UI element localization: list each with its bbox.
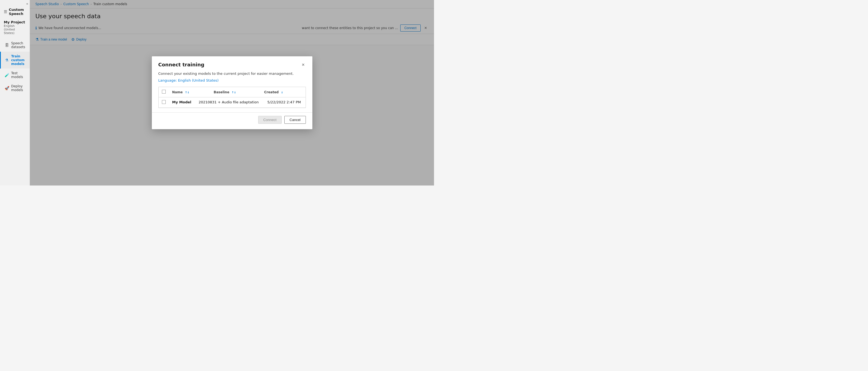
sidebar-project-name: My Project — [4, 20, 26, 24]
sidebar-item-label-test-models: Test models — [11, 71, 26, 79]
modal-connect-button[interactable]: Connect — [258, 116, 282, 124]
sidebar: « ☰ Custom Speech My Project English (Un… — [0, 0, 30, 185]
header-name[interactable]: Name ↑↓ — [169, 87, 211, 97]
modal-table: Name ↑↓ Baseline ↑↓ Created ↓ — [159, 87, 306, 97]
modal-close-button[interactable]: × — [301, 62, 306, 68]
modal-language-value: English (United States) — [178, 78, 218, 83]
name-sort-icon: ↑↓ — [185, 91, 189, 94]
sidebar-item-deploy-models[interactable]: 🚀 Deploy models — [0, 82, 30, 95]
modal-table-body-table: My Model 20210831 + Audio file adaptatio… — [159, 97, 306, 108]
baseline-sort-icon: ↑↓ — [231, 91, 236, 94]
table-row: My Model 20210831 + Audio file adaptatio… — [159, 97, 306, 108]
row-name-cell: My Model — [169, 97, 195, 108]
row-created-value: 5/22/2022 2:47 PM — [268, 100, 301, 104]
sidebar-item-test-models[interactable]: 🧪 Test models — [0, 68, 30, 82]
row-baseline-value: 20210831 + Audio file adaptation — [198, 100, 259, 104]
sidebar-nav: 🗄 Speech datasets ⚗ Train custom models … — [0, 39, 30, 95]
row-model-name: My Model — [172, 100, 191, 104]
modal-table-container: Name ↑↓ Baseline ↑↓ Created ↓ — [158, 87, 306, 108]
header-baseline-label: Baseline — [214, 90, 229, 94]
sidebar-project-language: English (United States) — [4, 24, 26, 35]
modal-title: Connect training — [158, 62, 204, 67]
header-name-label: Name — [172, 90, 183, 94]
sidebar-project: My Project English (United States) — [0, 18, 30, 36]
header-baseline[interactable]: Baseline ↑↓ — [210, 87, 261, 97]
sidebar-collapse-button[interactable]: « — [25, 1, 30, 6]
train-custom-models-icon: ⚗ — [5, 58, 9, 62]
hamburger-icon: ☰ — [4, 9, 7, 14]
header-created-label: Created — [264, 90, 279, 94]
header-checkbox-col[interactable] — [159, 87, 169, 97]
modal-header: Connect training × — [152, 56, 312, 71]
connect-training-modal: Connect training × Connect your existing… — [152, 56, 312, 129]
modal-table-body: My Model 20210831 + Audio file adaptatio… — [159, 97, 306, 108]
chevron-left-icon: « — [26, 2, 28, 6]
select-all-checkbox[interactable] — [162, 90, 166, 94]
modal-backdrop: Connect training × Connect your existing… — [30, 0, 434, 185]
row-created-cell: 5/22/2022 2:47 PM — [264, 97, 306, 108]
sidebar-item-label-deploy-models: Deploy models — [11, 84, 26, 92]
modal-description: Connect your existing models to the curr… — [158, 71, 306, 76]
sidebar-item-train-custom-models[interactable]: ⚗ Train custom models — [0, 52, 30, 68]
modal-footer: Connect Cancel — [152, 112, 312, 129]
table-scroll-body: My Model 20210831 + Audio file adaptatio… — [159, 97, 306, 108]
modal-cancel-button[interactable]: Cancel — [284, 116, 306, 124]
sidebar-item-speech-datasets[interactable]: 🗄 Speech datasets — [0, 39, 30, 52]
row-checkbox[interactable] — [162, 100, 166, 104]
sidebar-item-label-train-custom-models: Train custom models — [11, 54, 26, 66]
modal-language: Language: English (United States) — [158, 78, 306, 83]
sidebar-item-label-speech-datasets: Speech datasets — [11, 41, 26, 49]
test-models-icon: 🧪 — [5, 73, 9, 77]
header-created[interactable]: Created ↓ — [261, 87, 306, 97]
main-content: Speech Studio › Custom Speech › Train cu… — [30, 0, 434, 185]
deploy-models-icon: 🚀 — [5, 86, 9, 90]
row-checkbox-cell — [159, 97, 169, 108]
modal-table-header: Name ↑↓ Baseline ↑↓ Created ↓ — [159, 87, 306, 97]
row-baseline-cell: 20210831 + Audio file adaptation — [195, 97, 264, 108]
modal-body: Connect your existing models to the curr… — [152, 71, 312, 113]
speech-datasets-icon: 🗄 — [5, 43, 9, 47]
created-sort-icon: ↓ — [281, 91, 283, 94]
